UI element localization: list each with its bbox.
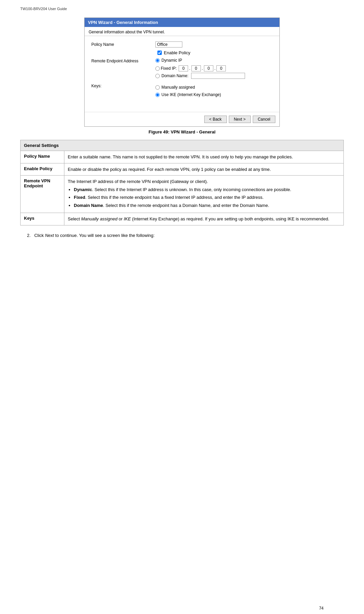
dialog-title: VPN Wizard - General Information — [88, 20, 158, 25]
vpn-dialog: VPN Wizard - General Information General… — [84, 18, 280, 127]
dialog-footer: < Back Next > Cancel — [85, 112, 279, 126]
keys-options: Manually assigned Use IKE (Internet Key … — [155, 85, 221, 98]
enable-policy-label: Enable Policy — [164, 50, 190, 55]
table-row-remote-vpn: Remote VPNEndpoint The Internet IP addre… — [21, 176, 344, 213]
domain-name-label: Domain Name: — [161, 73, 188, 78]
enable-policy-row: Enable Policy — [91, 50, 273, 55]
policy-name-input[interactable] — [155, 41, 182, 48]
use-ike-label: Use IKE (Internet Key Exchange) — [161, 92, 221, 97]
dynamic-ip-label: Dynamic IP — [161, 58, 182, 63]
bullet-dynamic: Dynamic. Select this if the Internet IP … — [74, 186, 340, 193]
remote-endpoint-options: Dynamic IP Fixed IP: . . . — [155, 58, 245, 80]
enable-policy-col-label: Enable Policy — [21, 163, 64, 176]
keys-label: Keys: — [91, 83, 155, 88]
remote-endpoint-row: Remote Endpoint Address Dynamic IP Fixed… — [91, 58, 273, 80]
manually-assigned-radio[interactable] — [155, 85, 160, 90]
figure-caption-text: Figure 49: VPN Wizard - General — [149, 129, 216, 134]
next-button[interactable]: Next > — [229, 116, 251, 123]
table-row-keys: Keys Select Manually assigned or IKE (In… — [21, 213, 344, 225]
table-row-policy-name: Policy Name Enter a suitable name. This … — [21, 151, 344, 163]
policy-name-label: Policy Name — [91, 41, 155, 47]
policy-name-col-desc: Enter a suitable name. This name is not … — [64, 151, 344, 163]
enable-policy-col-desc: Enable or disable the policy as required… — [64, 163, 344, 176]
manually-assigned-option: Manually assigned — [155, 85, 221, 90]
use-ike-radio[interactable] — [155, 93, 160, 97]
domain-name-option: Domain Name: — [155, 73, 245, 79]
header-text: TW100-BRV204 User Guide — [20, 7, 67, 11]
bullet-fixed: Fixed. Select this if the remote endpoin… — [74, 194, 340, 201]
ip-octet-1[interactable] — [179, 65, 188, 71]
page-number: 74 — [319, 606, 324, 611]
dialog-subtitle-text: General information about the VPN tunnel… — [89, 30, 165, 34]
bullet-domain: Domain Name. Select this if the remote e… — [74, 202, 340, 209]
keys-col-label: Keys — [21, 213, 64, 225]
keys-col-desc: Select Manually assigned or IKE (Interne… — [64, 213, 344, 225]
dialog-subtitle: General information about the VPN tunnel… — [85, 27, 279, 36]
step-number: 2. — [27, 233, 31, 238]
policy-name-col-label: Policy Name — [21, 151, 64, 163]
step-text: 2. Click Next to continue. You will see … — [27, 232, 344, 239]
table-row-enable-policy: Enable Policy Enable or disable the poli… — [21, 163, 344, 176]
manually-assigned-label: Manually assigned — [161, 85, 195, 90]
enable-policy-checkbox[interactable] — [157, 51, 162, 55]
cancel-button[interactable]: Cancel — [253, 116, 275, 123]
remote-vpn-col-desc: The Internet IP address of the remote VP… — [64, 176, 344, 213]
page-header: TW100-BRV204 User Guide — [20, 7, 344, 11]
use-ike-option: Use IKE (Internet Key Exchange) — [155, 92, 221, 97]
fixed-ip-label: Fixed IP: — [161, 66, 177, 71]
dialog-titlebar: VPN Wizard - General Information — [85, 18, 279, 27]
fixed-ip-radio[interactable] — [155, 66, 160, 71]
remote-endpoint-label: Remote Endpoint Address — [91, 58, 155, 63]
dynamic-ip-option: Dynamic IP — [155, 58, 245, 63]
fixed-ip-option: Fixed IP: . . . — [155, 65, 245, 71]
dialog-body: Policy Name Enable Policy Remote Endpoin… — [85, 36, 279, 105]
keys-row: Keys: Manually assigned Use IKE (Interne… — [91, 83, 273, 98]
back-button[interactable]: < Back — [204, 116, 227, 123]
settings-table-header-row: General Settings — [21, 140, 344, 151]
figure-caption: Figure 49: VPN Wizard - General — [20, 129, 344, 134]
remote-vpn-col-label: Remote VPNEndpoint — [21, 176, 64, 213]
dynamic-ip-radio[interactable] — [155, 58, 160, 63]
ip-octet-3[interactable] — [204, 65, 213, 71]
domain-name-radio[interactable] — [155, 74, 160, 78]
domain-name-input[interactable] — [191, 73, 245, 79]
ip-octet-4[interactable] — [216, 65, 226, 71]
remote-vpn-bullets: Dynamic. Select this if the Internet IP … — [74, 186, 340, 209]
policy-name-row: Policy Name — [91, 41, 273, 48]
settings-table: General Settings Policy Name Enter a sui… — [20, 140, 344, 225]
settings-table-header: General Settings — [21, 140, 344, 151]
ip-octet-2[interactable] — [191, 65, 201, 71]
